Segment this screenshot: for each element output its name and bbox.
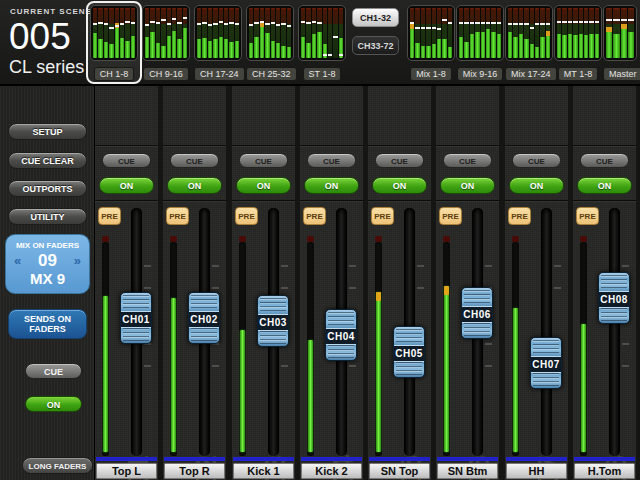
meter-block-label-text: ST 1-8 bbox=[303, 67, 342, 81]
meter-block-ch-17-24[interactable]: CH 17-24 bbox=[190, 1, 249, 84]
fader-track[interactable] bbox=[609, 208, 620, 456]
fader-cap[interactable]: CH08 bbox=[598, 272, 630, 324]
cue-button[interactable]: CUE bbox=[102, 153, 151, 168]
on-button[interactable]: ON bbox=[167, 177, 222, 194]
meter-bar-level bbox=[579, 34, 583, 58]
fader-cap[interactable]: CH01 bbox=[120, 292, 152, 344]
on-button[interactable]: ON bbox=[509, 177, 564, 194]
fader-position-mark bbox=[317, 22, 321, 24]
meter-bar bbox=[513, 8, 517, 58]
channel-name-box[interactable]: Kick 2 bbox=[301, 463, 362, 479]
pre-badge[interactable]: PRE bbox=[439, 207, 462, 225]
cue-button[interactable]: CUE bbox=[170, 153, 219, 168]
fader-scale-tick bbox=[212, 365, 219, 367]
channel-name-box[interactable]: Top L bbox=[96, 463, 157, 479]
fader-cap-label: CH07 bbox=[531, 356, 561, 373]
fader-scale-tick bbox=[144, 287, 151, 289]
fader-position-mark bbox=[235, 23, 239, 25]
fader-cap[interactable]: CH04 bbox=[325, 309, 357, 361]
sidebar-button-utility[interactable]: UTILITY bbox=[8, 208, 87, 225]
channel-name-box[interactable]: SN Btm bbox=[437, 463, 498, 479]
sidebar-button-setup[interactable]: SETUP bbox=[8, 123, 87, 140]
channel-name-box[interactable]: Kick 1 bbox=[233, 463, 294, 479]
scene-number[interactable]: 005 bbox=[9, 16, 71, 58]
meter-bar bbox=[183, 8, 187, 58]
meter-bar bbox=[432, 8, 436, 58]
sidebar-button-cue-clear[interactable]: CUE CLEAR bbox=[8, 152, 87, 169]
on-button[interactable]: ON bbox=[372, 177, 427, 194]
sends-on-faders-button[interactable]: SENDS ON FADERS bbox=[8, 309, 87, 339]
fader-position-mark bbox=[271, 22, 275, 24]
meter-block-label-text: Mix 9-16 bbox=[457, 67, 504, 81]
on-button[interactable]: ON bbox=[304, 177, 359, 194]
fader-position-mark bbox=[229, 22, 233, 24]
fader-track[interactable] bbox=[541, 208, 552, 456]
sidebar-button-outports[interactable]: OUTPORTS bbox=[8, 180, 87, 197]
meter-bar-peak bbox=[260, 22, 264, 27]
meter-block-master[interactable]: Master bbox=[599, 1, 640, 84]
meter-bar bbox=[442, 8, 446, 58]
cue-button[interactable]: CUE bbox=[307, 153, 356, 168]
bank-button-ch33-72[interactable]: CH33-72 bbox=[352, 36, 399, 55]
cue-button[interactable]: CUE bbox=[375, 153, 424, 168]
fader-cap[interactable]: CH02 bbox=[188, 292, 220, 344]
channel-name-box[interactable]: SN Top bbox=[369, 463, 430, 479]
mix-next-icon[interactable]: » bbox=[74, 253, 81, 268]
meter-bar-level bbox=[421, 46, 425, 59]
cue-button[interactable]: CUE bbox=[239, 153, 288, 168]
fader-position-mark bbox=[535, 23, 539, 25]
fader-scale-tick bbox=[622, 365, 629, 367]
meter-bar bbox=[260, 8, 264, 58]
channel-name-box[interactable]: H.Tom bbox=[574, 463, 635, 479]
long-faders-button[interactable]: LONG FADERS bbox=[22, 457, 93, 474]
channel-name-box[interactable]: Top R bbox=[164, 463, 225, 479]
meter-bar-level bbox=[219, 37, 223, 58]
cue-button[interactable]: CUE bbox=[443, 153, 492, 168]
meter-block-mix-1-8[interactable]: Mix 1-8 bbox=[403, 1, 459, 84]
on-button[interactable]: ON bbox=[577, 177, 632, 194]
fader-position-mark bbox=[557, 21, 561, 23]
cue-button[interactable]: CUE bbox=[580, 153, 629, 168]
pre-badge[interactable]: PRE bbox=[166, 207, 189, 225]
fader-cap[interactable]: CH06 bbox=[461, 287, 493, 339]
mix-prev-icon[interactable]: « bbox=[14, 253, 21, 268]
pre-badge[interactable]: PRE bbox=[371, 207, 394, 225]
pre-badge[interactable]: PRE bbox=[235, 207, 258, 225]
on-button[interactable]: ON bbox=[440, 177, 495, 194]
meter-block-ch-1-8[interactable]: CH 1-8 bbox=[86, 1, 142, 84]
fader-position-mark bbox=[172, 18, 176, 20]
fader-cap[interactable]: CH07 bbox=[530, 337, 562, 389]
cue-button[interactable]: CUE bbox=[512, 153, 561, 168]
meter-bar bbox=[224, 8, 228, 58]
meter-bar-level bbox=[464, 42, 468, 58]
sidebar-on-button[interactable]: ON bbox=[25, 396, 82, 412]
channel-name-box[interactable]: HH bbox=[506, 463, 567, 479]
meter-block-mix-9-16[interactable]: Mix 9-16 bbox=[452, 1, 508, 84]
meter-bar bbox=[426, 8, 430, 58]
meter-block-ch-25-32[interactable]: CH 25-32 bbox=[242, 1, 301, 84]
fader-cap[interactable]: CH05 bbox=[393, 326, 425, 378]
fader-position-mark bbox=[573, 21, 577, 23]
meter-bar-level bbox=[486, 29, 490, 58]
fader-position-mark bbox=[213, 23, 217, 25]
meter-block-ch-9-16[interactable]: CH 9-16 bbox=[138, 1, 194, 84]
meter-block-st-1-8[interactable]: ST 1-8 bbox=[294, 1, 350, 84]
pre-badge[interactable]: PRE bbox=[576, 207, 599, 225]
bank-button-ch1-32[interactable]: CH1-32 bbox=[352, 8, 399, 27]
meter-block-mt-1-8[interactable]: MT 1-8 bbox=[550, 1, 606, 84]
fader-position-mark bbox=[265, 23, 269, 25]
pre-badge[interactable]: PRE bbox=[508, 207, 531, 225]
fader-scale-tick bbox=[485, 343, 492, 345]
fader-cap[interactable]: CH03 bbox=[257, 295, 289, 347]
channel-color-bar bbox=[164, 457, 225, 461]
meter-bar bbox=[540, 8, 544, 58]
pre-badge[interactable]: PRE bbox=[98, 207, 121, 225]
meter-bar-level bbox=[589, 34, 593, 58]
channel-color-bar bbox=[506, 457, 567, 461]
meter-block-label: CH 9-16 bbox=[142, 63, 190, 81]
meter-bar bbox=[568, 8, 572, 58]
sidebar-cue-button[interactable]: CUE bbox=[25, 363, 82, 379]
on-button[interactable]: ON bbox=[99, 177, 154, 194]
pre-badge[interactable]: PRE bbox=[303, 207, 326, 225]
on-button[interactable]: ON bbox=[236, 177, 291, 194]
